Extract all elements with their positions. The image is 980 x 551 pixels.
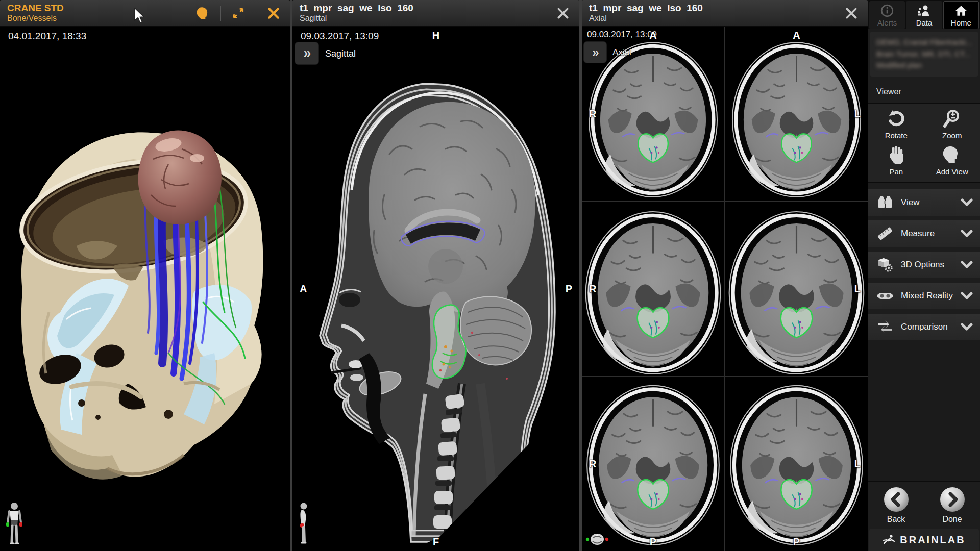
panel-axial-header: t1_mpr_sag_we_iso_160 Axial: [582, 0, 868, 27]
comparison-arrows-icon: [876, 319, 894, 335]
close-sagittal-icon[interactable]: [553, 3, 573, 23]
axial-mri-image: [725, 377, 868, 548]
menu-3d-options-label: 3D Options: [901, 260, 944, 270]
menu-view[interactable]: View: [868, 189, 980, 216]
axial-slice-tile[interactable]: L P: [725, 377, 868, 551]
rotate-tool-button[interactable]: Rotate: [868, 109, 924, 140]
orientation-label-foot: F: [433, 536, 439, 548]
series-date: 09.03.2017, 13:09: [587, 30, 657, 40]
panel-sagittal-titles: t1_mpr_sag_we_iso_160 Sagittal: [300, 3, 413, 23]
sidebar-filler: [868, 340, 980, 481]
orientation-label-posterior: P: [650, 536, 656, 548]
close-axial-icon[interactable]: [841, 3, 862, 23]
expand-views-button[interactable]: »: [295, 42, 318, 64]
expand-views-button[interactable]: »: [584, 42, 606, 63]
zoom-tool-button[interactable]: Zoom: [924, 109, 980, 140]
back-label: Back: [887, 515, 905, 524]
brand-bar: BRAINLAB: [869, 529, 979, 551]
orientation-label-posterior: P: [566, 283, 572, 295]
axial-grid: 09.03.2017, 13:09 » Axial A R A L R: [582, 27, 868, 551]
orientation-label-head: H: [432, 30, 439, 41]
patient-info-line: Modified plan: [876, 60, 972, 71]
pan-label: Pan: [889, 167, 903, 176]
axial-slice-tile[interactable]: A L: [725, 27, 868, 201]
view-type-label: Sagittal: [325, 48, 356, 59]
viewer-app: CRANE STD Bone/Vessels: [0, 0, 980, 551]
panel-sagittal: t1_mpr_sag_we_iso_160 Sagittal: [292, 0, 579, 551]
section-label-viewer: Viewer: [868, 79, 980, 103]
panel-sagittal-content[interactable]: 09.03.2017, 13:09 » Sagittal H A P F: [292, 27, 579, 551]
chevron-down-icon: [961, 322, 973, 332]
back-button[interactable]: Back: [868, 482, 924, 529]
orientation-label-left: L: [854, 108, 861, 119]
fullscreen-icon[interactable]: [228, 3, 249, 23]
patient-info[interactable]: DEMO, Cranial Fibertracki... Brain Tumor…: [870, 32, 978, 77]
axial-slice-tile[interactable]: 09.03.2017, 13:09 » Axial A R: [582, 27, 724, 201]
series-date: 04.01.2017, 18:33: [8, 31, 86, 42]
orientation-label-left: L: [854, 283, 861, 294]
panel-sagittal-header: t1_mpr_sag_we_iso_160 Sagittal: [292, 0, 579, 27]
orientation-label-posterior: P: [793, 536, 800, 548]
done-label: Done: [942, 515, 962, 524]
axial-slice-tile[interactable]: R P: [582, 377, 724, 551]
menu-mixed-reality[interactable]: Mixed Reality: [868, 283, 980, 309]
tab-home-label: Home: [951, 18, 971, 27]
axial-mri-image: [582, 202, 724, 375]
brand-text: BRAINLAB: [900, 534, 965, 546]
add-view-label: Add View: [936, 167, 968, 176]
zoom-icon: [941, 109, 963, 129]
panel-sagittal-subtitle: Sagittal: [300, 14, 413, 23]
patient-info-line: Brain Tumor, MR, DTI, CT...: [876, 48, 972, 60]
header-divider: [256, 6, 256, 21]
orientation-label-anterior: A: [300, 283, 307, 295]
close-3d-icon[interactable]: [263, 3, 284, 23]
tool-grid: Rotate Zoom: [868, 104, 980, 182]
patient-info-line: DEMO, Cranial Fibertracki...: [876, 37, 972, 48]
panel-axial-content: 09.03.2017, 13:09 » Axial A R A L R: [582, 27, 868, 551]
pan-tool-button[interactable]: Pan: [868, 145, 924, 176]
orientation-figure-side: [298, 502, 311, 546]
menu-comparison-label: Comparison: [901, 322, 948, 332]
skull-3d-render: [0, 27, 290, 551]
add-view-head-icon: [941, 145, 963, 165]
panel-3d-header: CRANE STD Bone/Vessels: [0, 0, 290, 27]
head-view-icon[interactable]: [193, 3, 213, 23]
orientation-label-right: R: [589, 283, 596, 294]
menu-comparison[interactable]: Comparison: [868, 314, 980, 340]
rotate-label: Rotate: [885, 131, 908, 140]
orientation-label-left: L: [854, 458, 861, 470]
back-circle-icon: [883, 486, 910, 513]
panel-3d-content[interactable]: 04.01.2017, 18:33: [0, 27, 290, 551]
panel-axial-title: t1_mpr_sag_we_iso_160: [589, 3, 703, 14]
chevron-down-icon: [961, 291, 973, 300]
axial-slice-tile[interactable]: L: [725, 202, 868, 375]
panel-axial-titles: t1_mpr_sag_we_iso_160 Axial: [589, 3, 703, 23]
alerts-icon: [880, 4, 894, 17]
tab-home[interactable]: Home: [943, 1, 979, 29]
panel-3d-title: CRANE STD: [7, 3, 64, 14]
tab-data[interactable]: Data: [906, 1, 942, 29]
series-date: 09.03.2017, 13:09: [301, 31, 379, 42]
axial-slice-tile[interactable]: R: [582, 202, 724, 375]
rotate-icon: [885, 109, 908, 129]
orientation-figure-axial: [585, 532, 609, 547]
panel-3d-subtitle: Bone/Vessels: [7, 14, 64, 23]
brainlab-runner-icon: [883, 534, 896, 545]
panel-3d: CRANE STD Bone/Vessels: [0, 0, 290, 551]
menu-3d-options[interactable]: 3D Options: [868, 252, 980, 278]
menu-measure-label: Measure: [901, 229, 935, 239]
measure-ruler-icon: [876, 226, 894, 241]
menu-measure[interactable]: Measure: [868, 220, 980, 247]
menu-view-label: View: [901, 197, 920, 208]
done-circle-icon: [939, 486, 966, 513]
done-button[interactable]: Done: [924, 482, 980, 529]
sidebar: Alerts Data Home DEMO, Cranial Fibertrac…: [868, 0, 980, 551]
cube-gear-icon: [876, 257, 894, 272]
panel-sagittal-title: t1_mpr_sag_we_iso_160: [300, 3, 413, 14]
home-icon: [954, 4, 968, 17]
tab-alerts: Alerts: [869, 1, 905, 29]
nav-bar: Back Done: [868, 481, 980, 529]
axial-mri-image: [725, 27, 868, 201]
pan-hand-icon: [885, 145, 908, 165]
add-view-tool-button[interactable]: Add View: [924, 145, 980, 176]
